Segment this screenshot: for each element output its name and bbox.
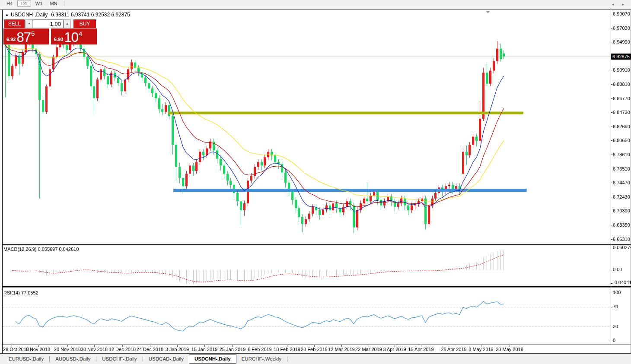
date-label: 12 Mar 2019 xyxy=(328,347,355,352)
macd-indicator-label: MACD(12,26,9) 0.055697 0.042610 xyxy=(3,247,79,252)
date-label: 30 Nov 2018 xyxy=(81,347,108,352)
rsi-axis-label: 0 xyxy=(613,338,615,343)
macd-axis-label: 0.00 xyxy=(613,267,622,272)
tab-audusd[interactable]: AUDUSD-,Daily xyxy=(50,355,96,363)
sell-button[interactable]: SELL xyxy=(4,19,25,28)
price-axis-label: 6.72430 xyxy=(613,194,630,199)
one-click-trading-panel: SELL ▼ ▲ BUY 6.92 87 5 6.93 10 4 xyxy=(3,19,97,45)
timeframe-button-h4[interactable]: H4 xyxy=(3,0,16,7)
timeframe-toolbar: H4D1W1MN xyxy=(0,0,631,7)
price-axis-label: 6.88810 xyxy=(613,82,630,87)
timeframe-button-d1[interactable]: D1 xyxy=(17,0,31,7)
chart-window-top-border xyxy=(0,9,631,10)
tab-separator xyxy=(96,356,96,362)
rsi-indicator-label: RSI(14) 77.0552 xyxy=(3,290,38,295)
chart-symbol-label: USDCNH-,Daily xyxy=(11,12,48,18)
toolbar-divider xyxy=(64,1,64,6)
buy-price-display[interactable]: 6.93 10 4 xyxy=(51,28,97,44)
date-label: 28 Feb 2019 xyxy=(301,347,328,352)
date-label: 3 Jan 2019 xyxy=(166,347,189,352)
buy-price-prefix: 6.93 xyxy=(54,37,63,42)
price-axis-label: 6.80650 xyxy=(613,138,630,143)
price-axis-label: 6.70390 xyxy=(613,208,630,213)
sell-price-prefix: 6.92 xyxy=(6,37,16,42)
tab-eurchf[interactable]: EURCHF-,Weekly xyxy=(236,355,287,363)
chart-ohlc-values: 6.93311 6.93741 6.92532 6.92875 xyxy=(51,12,130,18)
macd-axis-label: -0.040412 xyxy=(613,280,631,285)
price-axis-label: 6.74470 xyxy=(613,180,630,185)
rsi-axis-label: 70 xyxy=(613,304,618,309)
tab-separator xyxy=(287,356,287,362)
tab-usdchf[interactable]: USDCHF-,Daily xyxy=(97,355,142,363)
chart-shift-marker-icon[interactable] xyxy=(486,11,490,13)
tab-separator xyxy=(143,356,143,362)
tab-scroll-right-icon[interactable]: ► xyxy=(621,3,625,6)
timeframe-button-w1[interactable]: W1 xyxy=(32,0,46,7)
timeframe-button-mn[interactable]: MN xyxy=(47,0,61,7)
date-label: 22 Mar 2019 xyxy=(355,347,382,352)
price-axis-label: 6.90910 xyxy=(613,67,630,73)
price-axis-label: 6.84730 xyxy=(613,110,630,115)
price-axis-label: 6.97030 xyxy=(613,25,630,31)
date-label: 8 May 2019 xyxy=(468,347,493,352)
price-axis-label: 6.66310 xyxy=(613,237,630,242)
date-label: 25 Jan 2019 xyxy=(220,347,246,352)
plot-left-border xyxy=(2,10,3,353)
price-axis-label: 6.78610 xyxy=(613,152,630,157)
date-label: 12 Dec 2018 xyxy=(109,347,136,352)
date-label: 26 Apr 2019 xyxy=(441,347,466,352)
sell-price-display[interactable]: 6.92 87 5 xyxy=(3,28,49,44)
chart-plot-canvas[interactable] xyxy=(0,0,631,364)
price-axis-label: 6.68350 xyxy=(613,222,630,228)
macd-rsi-separator-line1[interactable] xyxy=(2,286,631,287)
price-axis-border[interactable] xyxy=(611,10,611,345)
rsi-axis-label: 100 xyxy=(613,290,621,295)
tab-eurusd[interactable]: EURUSD-,Daily xyxy=(3,355,49,363)
symbol-tab-bar: EURUSD-,DailyAUDUSD-,DailyUSDCHF-,DailyU… xyxy=(0,354,631,364)
tab-usdcad[interactable]: USDCAD-,Daily xyxy=(143,355,189,363)
macd-axis-label: 0.060274 xyxy=(613,245,631,250)
price-axis-label: 6.94990 xyxy=(613,39,630,44)
tab-scroll-left-icon[interactable]: ◄ xyxy=(611,3,615,6)
price-axis-label: 6.82690 xyxy=(613,124,630,129)
sell-price-sup: 5 xyxy=(31,30,35,37)
buy-button[interactable]: BUY xyxy=(73,19,96,28)
date-label: 20 Nov 2018 xyxy=(54,347,81,352)
volume-input[interactable] xyxy=(33,19,64,28)
price-axis-label: 6.76510 xyxy=(613,166,630,171)
rsi-bottom-border xyxy=(2,345,631,345)
tab-separator xyxy=(49,356,50,362)
date-label: 3 Apr 2019 xyxy=(383,347,406,352)
sell-price-main: 87 xyxy=(16,30,30,44)
chart-macd-separator-line1[interactable] xyxy=(2,244,631,245)
date-label: 6 Feb 2019 xyxy=(248,347,272,352)
rsi-axis-label: 30 xyxy=(613,324,618,329)
date-label: 20 May 2019 xyxy=(496,347,523,352)
chart-macd-separator-line2[interactable] xyxy=(2,246,631,246)
collapse-arrow-icon[interactable]: ▲ xyxy=(5,13,9,17)
chart-title: ▲USDCNH-,Daily6.93311 6.93741 6.92532 6.… xyxy=(5,12,130,18)
price-axis-label: 6.99070 xyxy=(613,11,630,16)
tab-usdcnh[interactable]: USDCNH-,Daily xyxy=(189,355,236,364)
buy-price-main: 10 xyxy=(64,30,78,44)
date-label: 15 Jan 2019 xyxy=(191,347,218,352)
date-label: 15 Apr 2019 xyxy=(408,347,433,352)
volume-decrease-button[interactable]: ▼ xyxy=(25,19,33,28)
date-label: 18 Feb 2019 xyxy=(274,347,300,352)
volume-increase-button[interactable]: ▲ xyxy=(64,19,71,28)
date-label: 24 Dec 2018 xyxy=(137,347,163,352)
macd-rsi-separator-line2[interactable] xyxy=(2,288,631,288)
buy-price-sup: 4 xyxy=(79,30,82,37)
current-price-tag: 6.92875 xyxy=(611,54,631,60)
date-label: 29 Oct 2018 xyxy=(3,347,29,352)
price-axis-label: 6.86770 xyxy=(613,96,630,101)
date-label: 8 Nov 2018 xyxy=(26,347,50,352)
